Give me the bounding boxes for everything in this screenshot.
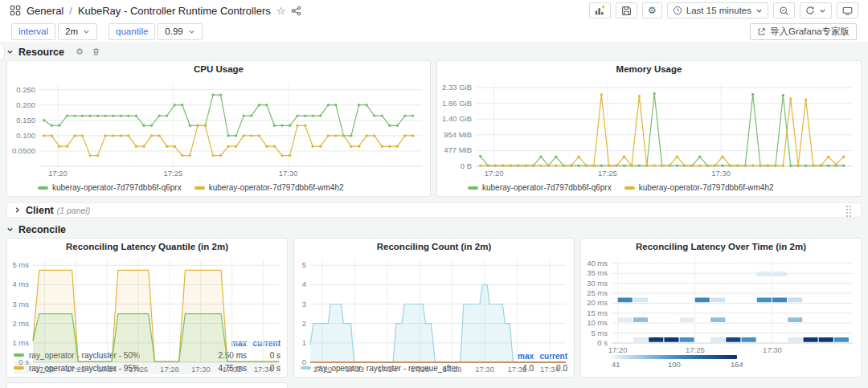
chart-canvas[interactable]: 01234517:2017:2217:2417:2617:2817:3017:3… xyxy=(294,255,574,374)
svg-text:17:24: 17:24 xyxy=(97,365,117,374)
heatmap-cell[interactable] xyxy=(726,337,740,342)
svg-text:0: 0 xyxy=(302,357,306,366)
breadcrumb-section[interactable]: General xyxy=(27,5,63,17)
heatmap-cell[interactable] xyxy=(757,272,772,276)
heatmap-cell[interactable] xyxy=(618,317,633,322)
chart-canvas[interactable]: 0 s1 ms2 ms3 ms4 ms5 ms17:2017:2217:2417… xyxy=(7,255,287,374)
heatmap-cell[interactable] xyxy=(664,337,678,342)
heatmap-cell[interactable] xyxy=(710,317,725,322)
heatmap-cell[interactable] xyxy=(695,297,710,302)
dashboard-title[interactable]: KubeRay - Controller Runtime Controllers xyxy=(78,5,271,17)
time-range-picker[interactable]: Last 15 minutes xyxy=(667,2,768,18)
heatmap-colorbar: 41100164 xyxy=(581,355,861,377)
svg-text:477 MiB: 477 MiB xyxy=(444,145,472,154)
heatmap-cell[interactable] xyxy=(618,297,633,302)
panel-title-memory[interactable]: Memory Usage xyxy=(437,61,861,77)
heatmap-cell[interactable] xyxy=(633,297,648,302)
panel-memory-usage: Memory Usage 0 B477 MiB954 MiB1.40 GiB1.… xyxy=(436,60,862,197)
zoom-out-button[interactable] xyxy=(773,2,795,18)
variable-quantile: quantile 0.99 xyxy=(108,23,203,40)
row-toggle-resource[interactable]: Resource xyxy=(6,47,64,58)
latency-quantile-chart[interactable]: 0 s1 ms2 ms3 ms4 ms5 ms17:2017:2217:2417… xyxy=(7,255,287,338)
panel-title-latency-quantile[interactable]: Reconciling Latency Quantile (in 2m) xyxy=(7,239,287,255)
heatmap-cell[interactable] xyxy=(757,297,772,302)
heatmap-cell[interactable] xyxy=(633,317,648,322)
svg-text:17:20: 17:20 xyxy=(485,169,504,178)
legend-item[interactable]: kuberay-operator-7d797dbb6f-q6prx xyxy=(468,183,612,192)
heatmap-cell[interactable] xyxy=(788,317,802,322)
chevron-down-icon xyxy=(83,28,90,35)
legend-item[interactable]: kuberay-operator-7d797dbb6f-q6prx xyxy=(38,183,182,192)
heatmap-canvas[interactable]: 0 s5 ms10 ms15 ms20 ms25 ms30 ms35 ms40 … xyxy=(581,255,861,355)
share-icon[interactable] xyxy=(291,6,301,16)
nav-toolbar: General / KubeRay - Controller Runtime C… xyxy=(0,0,868,21)
heatmap-cell[interactable] xyxy=(819,337,833,342)
legend-item[interactable]: kuberay-operator-7d797dbb6f-wm4h2 xyxy=(194,183,344,192)
row-drag-handle[interactable] xyxy=(846,206,853,219)
svg-text:17:20: 17:20 xyxy=(35,365,55,374)
svg-text:5 ms: 5 ms xyxy=(12,260,29,269)
legend-swatch xyxy=(468,186,478,190)
save-dashboard-button[interactable] xyxy=(616,2,637,18)
heatmap-cell[interactable] xyxy=(788,337,802,342)
top-zone: General / KubeRay - Controller Runtime C… xyxy=(0,0,868,42)
dashboard-settings-button[interactable]: ⚙ xyxy=(642,2,662,18)
panel-title-reconciling-count[interactable]: Reconciling Count (in 2m) xyxy=(294,239,574,255)
heatmap-cell[interactable] xyxy=(680,337,694,342)
row-delete-icon[interactable] xyxy=(92,47,100,57)
svg-text:5: 5 xyxy=(302,260,306,269)
svg-text:17:25: 17:25 xyxy=(598,169,617,178)
heatmap-cell[interactable] xyxy=(710,297,725,302)
svg-text:5 ms: 5 ms xyxy=(591,329,608,337)
variable-quantile-label: quantile xyxy=(108,23,155,40)
heatmap-cell[interactable] xyxy=(680,317,694,322)
tv-mode-button[interactable] xyxy=(837,2,858,18)
row-toggle-reconcile[interactable]: Reconcile xyxy=(6,224,66,235)
legend-swatch xyxy=(194,186,205,190)
import-grafana-button[interactable]: 导入Grafana专家版 xyxy=(750,23,857,40)
svg-text:17:22: 17:22 xyxy=(346,365,365,374)
panel-title-reconcile-errors[interactable]: reconcile errors qps (2m) xyxy=(7,383,287,388)
heatmap-cell[interactable] xyxy=(710,337,725,342)
svg-text:1: 1 xyxy=(302,338,306,347)
svg-text:17:30: 17:30 xyxy=(763,345,782,354)
chart-canvas[interactable]: 0.05000.1000.1500.2000.25017:2017:2517:3… xyxy=(7,77,430,179)
panel-title-latency-over-time[interactable]: Reconciling Latency Over Time (in 2m) xyxy=(581,239,861,255)
add-panel-button[interactable] xyxy=(589,2,611,18)
heatmap-cell[interactable] xyxy=(633,337,648,342)
refresh-interval-caret-icon xyxy=(819,7,826,14)
reconciling-count-chart[interactable]: 01234517:2017:2217:2417:2617:2817:3017:3… xyxy=(294,255,574,351)
chart-canvas[interactable]: 0 B477 MiB954 MiB1.40 GiB1.86 GiB2.33 Gi… xyxy=(437,77,861,179)
svg-text:25 ms: 25 ms xyxy=(587,288,608,297)
svg-text:17:30: 17:30 xyxy=(191,365,211,374)
latency-heatmap-chart[interactable]: 0 s5 ms10 ms15 ms20 ms25 ms30 ms35 ms40 … xyxy=(581,255,861,355)
heatmap-cell[interactable] xyxy=(742,337,756,342)
apps-grid-icon[interactable] xyxy=(10,5,21,16)
dashboard-body: Resource ⚙ CPU Usage 0.05000.1000.1500.2… xyxy=(0,42,868,388)
grafana-dashboard: General / KubeRay - Controller Runtime C… xyxy=(0,0,868,388)
svg-text:0 s: 0 s xyxy=(597,338,608,347)
cpu-usage-chart[interactable]: 0.05000.1000.1500.2000.25017:2017:2517:3… xyxy=(7,77,430,179)
row-settings-icon[interactable]: ⚙ xyxy=(76,47,84,57)
heatmap-cell[interactable] xyxy=(649,337,663,342)
svg-text:0.100: 0.100 xyxy=(16,131,35,140)
svg-text:15 ms: 15 ms xyxy=(587,308,608,317)
refresh-button[interactable] xyxy=(800,2,832,18)
memory-usage-chart[interactable]: 0 B477 MiB954 MiB1.40 GiB1.86 GiB2.33 Gi… xyxy=(437,77,861,179)
heatmap-cell[interactable] xyxy=(772,297,787,302)
svg-text:35 ms: 35 ms xyxy=(587,268,608,277)
variable-quantile-value[interactable]: 0.99 xyxy=(158,23,202,40)
svg-text:17:34: 17:34 xyxy=(254,365,273,374)
variable-interval-value[interactable]: 2m xyxy=(58,23,97,40)
svg-text:17:26: 17:26 xyxy=(410,365,429,374)
heatmap-cell[interactable] xyxy=(804,337,818,342)
heatmap-cell[interactable] xyxy=(788,297,802,302)
star-icon[interactable]: ☆ xyxy=(276,5,286,17)
legend-item[interactable]: kuberay-operator-7d797dbb6f-wm4h2 xyxy=(624,183,774,192)
heatmap-cell[interactable] xyxy=(834,337,849,342)
heatmap-cell[interactable] xyxy=(772,272,787,276)
breadcrumb: General / KubeRay - Controller Runtime C… xyxy=(10,5,301,17)
row-toggle-client[interactable]: Client xyxy=(14,205,54,216)
legend-swatch xyxy=(624,186,635,190)
panel-title-cpu[interactable]: CPU Usage xyxy=(7,61,430,77)
